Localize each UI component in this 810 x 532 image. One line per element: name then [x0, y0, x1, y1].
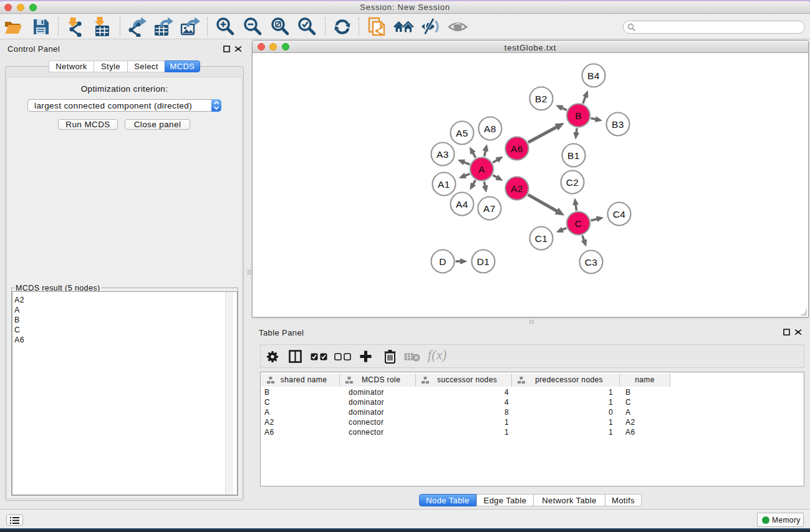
svg-text:A5: A5: [456, 128, 468, 138]
svg-text:C1: C1: [535, 233, 548, 244]
svg-text:A3: A3: [436, 149, 449, 160]
svg-text:C2: C2: [566, 177, 579, 188]
svg-text:C3: C3: [585, 257, 598, 268]
svg-text:C: C: [575, 218, 582, 229]
svg-text:B3: B3: [612, 119, 624, 130]
svg-text:A2: A2: [511, 183, 523, 194]
svg-text:A7: A7: [483, 203, 496, 214]
svg-text:D1: D1: [477, 256, 490, 267]
svg-text:A: A: [478, 164, 485, 175]
svg-text:C4: C4: [613, 209, 626, 220]
svg-text:B: B: [575, 110, 582, 121]
svg-text:A1: A1: [438, 179, 450, 190]
svg-text:B2: B2: [535, 94, 547, 104]
svg-text:A6: A6: [511, 143, 523, 154]
svg-text:B1: B1: [567, 150, 580, 161]
svg-text:A4: A4: [456, 199, 468, 210]
svg-text:B4: B4: [587, 70, 600, 81]
svg-text:D: D: [439, 256, 446, 267]
svg-text:A8: A8: [484, 123, 496, 134]
